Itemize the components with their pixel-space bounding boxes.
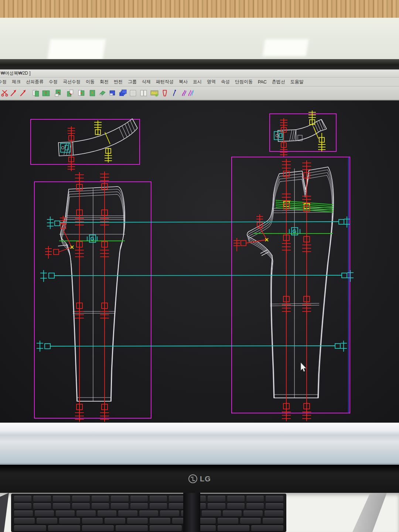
keyboard-key: [240, 518, 261, 524]
keyboard-key: [266, 496, 283, 502]
pattern-piece-front[interactable]: G: [58, 187, 125, 401]
grade-lines-front[interactable]: [45, 171, 109, 422]
menu-item-6[interactable]: 이동: [83, 79, 97, 85]
menu-item-16[interactable]: 단점이동: [232, 79, 255, 85]
desk: [0, 493, 399, 532]
pages-white-icon[interactable]: [139, 89, 147, 97]
monitor-stand: [183, 493, 200, 532]
menu-item-5[interactable]: 곡선수정: [60, 79, 83, 85]
pac-icon[interactable]: PAC: [150, 89, 158, 97]
menu-item-11[interactable]: 패턴작성: [153, 79, 176, 85]
waistband-front-piece[interactable]: [58, 119, 137, 171]
lg-symbol-icon: [188, 474, 198, 484]
keyboard-key: [218, 525, 250, 531]
menu-item-15[interactable]: 속성: [218, 79, 232, 85]
keyboard-key: [223, 511, 242, 516]
menu-item-3[interactable]: 선의종류: [23, 79, 46, 85]
pages-blue-stack-icon[interactable]: [119, 89, 127, 97]
selection-box-waistband-front[interactable]: [31, 119, 140, 164]
menu-item-17[interactable]: PAC: [255, 79, 269, 85]
photo-scene: ₩여성복₩2D ] 수정체크선의종류수정곡선수정이동회전반전그룹삭제패턴작성복사…: [0, 0, 399, 532]
keyboard-key: [82, 518, 103, 524]
menu-item-2[interactable]: 체크: [9, 79, 23, 85]
keyboard-key: [246, 503, 264, 509]
page-pin-icon[interactable]: [88, 89, 96, 97]
monitor-screen: ₩여성복₩2D ] 수정체크선의종류수정곡선수정이동회전반전그룹삭제패턴작성복사…: [0, 69, 399, 423]
keyboard-key: [72, 503, 89, 509]
keyboard-key: [14, 496, 31, 502]
menu-item-19[interactable]: 도움말: [288, 79, 306, 85]
keyboard-key: [139, 511, 158, 516]
keyboard-row-3: [14, 511, 283, 516]
scissors-icon[interactable]: [1, 89, 9, 97]
monitor-stand-foot: [344, 493, 399, 532]
keyboard-key: [246, 496, 264, 502]
red-pen-icon[interactable]: [10, 89, 18, 97]
keyboard-key: [116, 525, 148, 531]
keyboard-row-5: [14, 525, 283, 531]
hip-line: [66, 216, 125, 219]
menu-item-4[interactable]: 수정: [46, 79, 60, 85]
keyboard-key: [33, 503, 51, 509]
keyboard-key: [92, 496, 109, 502]
monitor-bottom-bezel: LG: [0, 465, 399, 493]
keyboard-key: [53, 503, 70, 509]
grade-lines-back[interactable]: [233, 159, 311, 421]
keyboard-key: [53, 496, 70, 502]
box-white-icon[interactable]: [129, 89, 137, 97]
curve-blue-icon[interactable]: [171, 89, 179, 97]
menu-item-12[interactable]: 복사: [176, 79, 190, 85]
keyboard-key: [33, 496, 51, 502]
pattern-piece-back[interactable]: G: [247, 167, 334, 398]
menu-item-13[interactable]: 표시: [190, 79, 204, 85]
eraser-icon[interactable]: [98, 89, 106, 97]
toolbar: PAC: [0, 86, 399, 100]
keyboard-key: [111, 496, 128, 502]
menu-item-7[interactable]: 회전: [97, 79, 111, 85]
window-blue-icon[interactable]: [108, 89, 116, 97]
keyboard-key: [59, 518, 80, 524]
keyboard-key: [202, 511, 221, 516]
page-copy-icon[interactable]: [77, 89, 85, 97]
keyboard-key: [218, 518, 238, 524]
waistband-back-piece[interactable]: [274, 110, 327, 157]
keyboard-key: [98, 511, 116, 516]
keyboard-key: [150, 525, 182, 531]
screen-bottom-glare: [0, 423, 399, 465]
page-cut-icon[interactable]: [54, 89, 62, 97]
menu-item-14[interactable]: 영역: [204, 79, 218, 85]
keyboard-key: [35, 511, 54, 516]
keyboard-row-2: [14, 503, 283, 509]
menu-item-1[interactable]: 수정: [0, 79, 9, 85]
keyboard-key: [266, 503, 283, 509]
cad-canvas[interactable]: G: [0, 100, 399, 423]
guide-line-calf[interactable]: [37, 341, 347, 352]
keyboard-key: [227, 496, 245, 502]
pattern-red-icon[interactable]: [161, 89, 169, 97]
page-move-icon[interactable]: [66, 89, 74, 97]
selection-box-waistband-back[interactable]: [270, 114, 336, 151]
light-reflection: [262, 39, 308, 56]
glass-partition: [0, 18, 399, 60]
keyboard: [11, 494, 286, 532]
selection-box-pattern-back[interactable]: [232, 157, 350, 413]
keyboard-key: [48, 525, 80, 531]
keyboard-key: [227, 503, 245, 509]
menu-item-9[interactable]: 그룹: [125, 79, 139, 85]
red-pen-2-icon[interactable]: [19, 89, 27, 97]
keyboard-key: [76, 511, 95, 516]
svg-text:G: G: [91, 236, 95, 242]
keyboard-key: [251, 525, 283, 531]
selection-box-pattern-front[interactable]: [34, 182, 151, 418]
selection-boxes[interactable]: [31, 114, 350, 418]
page-new-icon[interactable]: [32, 89, 40, 97]
menu-item-8[interactable]: 반전: [111, 79, 125, 85]
keyboard-key: [56, 511, 75, 516]
keyboard-key: [150, 503, 167, 509]
curves-multi-icon[interactable]: [187, 89, 195, 97]
pages-green-icon[interactable]: [42, 89, 50, 97]
keyboard-row-4: [14, 518, 283, 524]
menu-bar: 수정체크선의종류수정곡선수정이동회전반전그룹삭제패턴작성복사표시영역속성단점이동…: [0, 78, 399, 86]
menu-item-10[interactable]: 삭제: [139, 79, 153, 85]
menu-item-18[interactable]: 촌법선: [269, 79, 288, 85]
